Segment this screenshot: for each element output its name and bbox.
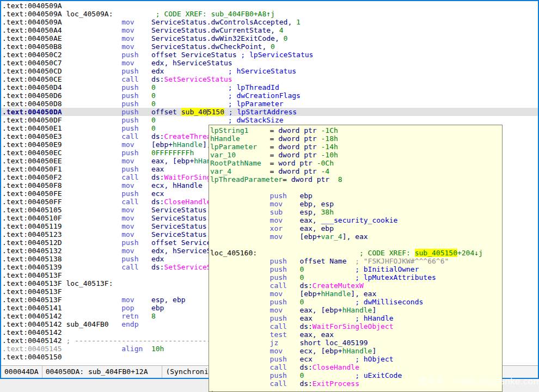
tooltip-line <box>210 241 502 249</box>
tooltip-line: mov [ebp+hHandle], eax <box>210 290 502 298</box>
tooltip-line: call ds:CreateMutexW <box>210 281 502 290</box>
tooltip-line: mov eax, ___security_cookie <box>210 216 502 224</box>
watermark: 安全客（www.anquanke.com） <box>419 376 539 388</box>
tooltip-line: var_4 = dword ptr -4 <box>210 167 502 175</box>
tooltip-line: call ds:CloseHandle <box>210 363 502 371</box>
tooltip-line: RootPathName = word ptr -0Ch <box>210 159 502 167</box>
tooltip-line: push 0 ; dwMilliseconds <box>210 298 502 306</box>
tooltip-line <box>210 183 502 192</box>
status-address-function: 004050DA: sub_404FB0+12A <box>42 366 163 378</box>
tooltip-code: lpString1 = dword ptr -1ChhHandle = dwor… <box>210 126 502 392</box>
disasm-line[interactable]: .text:004050CD push edx ; hServiceStatus <box>2 67 538 75</box>
tooltip-line: lpParameter = dword ptr -14h <box>210 143 502 151</box>
disasm-line[interactable]: .text:0040509A loc_40509A: ; CODE XREF: … <box>2 10 538 18</box>
disasm-line[interactable]: .text:004050C2 push offset ServiceStatus… <box>2 51 538 59</box>
tooltip-line: sub esp, 38h <box>210 208 502 216</box>
tooltip-line: push ecx ; hObject <box>210 355 502 363</box>
disasm-line[interactable]: .text:004050B8 mov ServiceStatus.dwCheck… <box>2 42 538 51</box>
highlighted-identifier: sub_40 <box>181 108 207 116</box>
tooltip-line: mov ecx, [ebp+hHandle] <box>210 347 502 355</box>
tooltip-line: push 0 ; bInitialOwner <box>210 265 502 273</box>
tooltip-line: push eax ; hHandle <box>210 314 502 322</box>
disasm-line[interactable]: .text:004050C7 mov edx, hServiceStatus <box>2 59 538 67</box>
tooltip-line: mov [ebp+var_4], eax <box>210 232 502 241</box>
disasm-line[interactable]: .text:004050D6 push 0 ; dwCreationFlags <box>2 91 538 100</box>
tooltip-line: lpString1 = dword ptr -1Ch <box>210 126 502 134</box>
tooltip-line: hHandle = dword ptr -18h <box>210 134 502 143</box>
tooltip-line: push offset Name ; "FSKJHFOJKW#^^^66^6" <box>210 257 502 265</box>
disasm-line[interactable]: .text:004050A4 mov ServiceStatus.dwCurre… <box>2 26 538 34</box>
tooltip-line: var_10 = dword ptr -10h <box>210 151 502 159</box>
tooltip-line: push 0 ; lpMutexAttributes <box>210 273 502 281</box>
tooltip-line: loc_405160: ; CODE XREF: sub_405150+204↓… <box>210 249 502 257</box>
disasm-line[interactable]: .text:004050AE mov ServiceStatus.dwWin32… <box>2 34 538 42</box>
tooltip-line: xor eax, ebp <box>210 224 502 232</box>
highlighted-identifier: 5150 <box>207 108 224 116</box>
disasm-line[interactable]: .text:004050CE call ds:SetServiceStatus <box>2 75 538 83</box>
highlighted-identifier: sub_405150 <box>415 249 457 257</box>
tooltip-line: ; --------------------------------------… <box>210 388 502 392</box>
function-preview-tooltip: lpString1 = dword ptr -1ChhHandle = dwor… <box>209 125 503 392</box>
disasm-line[interactable]: .text:004050D8 push 0 ; lpParameter <box>2 100 538 108</box>
disasm-line[interactable]: .text:004050DF push 0 ; dwStackSize <box>2 116 538 124</box>
tooltip-line: push ebp <box>210 192 502 200</box>
tooltip-line: mov ebp, esp <box>210 200 502 208</box>
current-line[interactable]: .text:004050DA push offset sub_405150 ; … <box>1 108 538 116</box>
disasm-line[interactable]: .text:0040509A mov ServiceStatus.dwContr… <box>2 18 538 26</box>
tooltip-line: lpThreadParameter= dword ptr 8 <box>210 175 502 183</box>
status-file-offset: 000044DA <box>1 366 42 378</box>
tooltip-line: mov eax, [ebp+hHandle] <box>210 306 502 314</box>
tooltip-line: test eax, eax <box>210 330 502 339</box>
tooltip-line: call ds:WaitForSingleObject <box>210 322 502 330</box>
tooltip-line: jz short loc_405199 <box>210 339 502 347</box>
disasm-line[interactable]: .text:004050D4 push 0 ; lpThreadId <box>2 83 538 91</box>
disasm-line[interactable]: .text:0040509A <box>2 2 538 10</box>
